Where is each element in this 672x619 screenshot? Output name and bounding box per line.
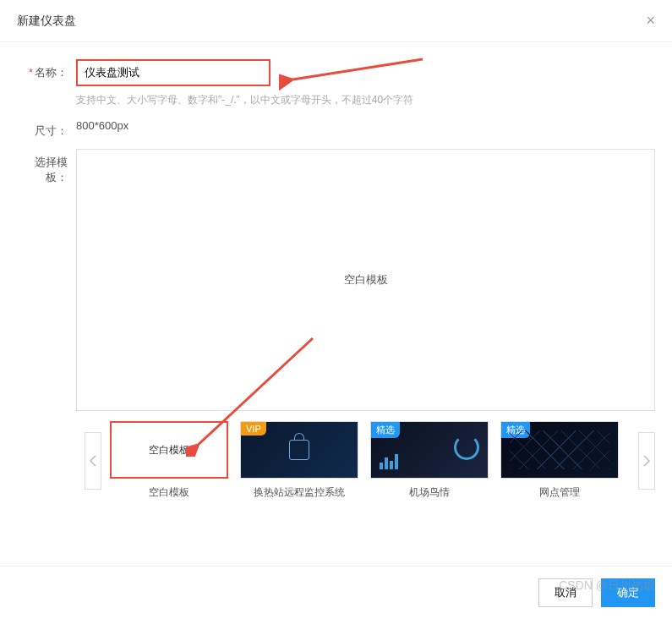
size-value: 800*600px <box>76 118 655 132</box>
thumb-text: 空白模板 <box>149 443 189 457</box>
template-label: 选择模板： <box>17 149 76 185</box>
confirm-button[interactable]: 确定 <box>601 578 655 607</box>
template-carousel: 空白模板 空白模板 VIP 换热站远程监控系统 精选 <box>17 421 655 500</box>
name-label: 名称： <box>17 59 76 80</box>
chevron-left-icon <box>90 455 96 467</box>
lock-icon <box>289 440 309 460</box>
modal-title: 新建仪表盘 <box>17 14 76 29</box>
modal-body: 名称： 支持中文、大小写字母、数字和"-_/."，以中文或字母开头，不超过40个… <box>0 42 672 508</box>
name-hint: 支持中文、大小写字母、数字和"-_/."，以中文或字母开头，不超过40个字符 <box>76 93 655 107</box>
pick-badge: 精选 <box>371 422 400 438</box>
vip-badge: VIP <box>241 422 266 435</box>
template-preview: 空白模板 <box>76 149 655 411</box>
template-item-network[interactable]: 精选 网点管理 <box>500 421 619 500</box>
name-input[interactable] <box>76 59 270 86</box>
size-row: 尺寸： 800*600px <box>17 118 655 139</box>
template-thumb-network: 精选 <box>500 421 619 479</box>
template-item-heatstation[interactable]: VIP 换热站远程监控系统 <box>240 421 358 500</box>
template-row: 选择模板： 空白模板 <box>17 149 655 411</box>
template-item-airport[interactable]: 精选 机场鸟情 <box>370 421 489 500</box>
chevron-right-icon <box>643 455 650 467</box>
template-label-text: 空白模板 <box>149 485 189 500</box>
close-icon[interactable]: × <box>646 12 655 30</box>
template-list: 空白模板 空白模板 VIP 换热站远程监控系统 精选 <box>110 421 630 500</box>
name-row: 名称： 支持中文、大小写字母、数字和"-_/."，以中文或字母开头，不超过40个… <box>17 59 655 107</box>
preview-text: 空白模板 <box>344 272 388 288</box>
modal-header: 新建仪表盘 × <box>0 0 672 42</box>
carousel-next-button[interactable] <box>638 432 655 490</box>
template-item-blank[interactable]: 空白模板 空白模板 <box>110 421 228 500</box>
modal-footer: 取消 确定 <box>0 566 672 619</box>
template-label-text: 网点管理 <box>539 485 580 500</box>
size-label: 尺寸： <box>17 118 76 139</box>
template-thumb-heatstation: VIP <box>240 421 358 479</box>
cancel-button[interactable]: 取消 <box>538 578 593 607</box>
template-label-text: 换热站远程监控系统 <box>254 485 345 500</box>
carousel-prev-button[interactable] <box>85 432 101 490</box>
template-label-text: 机场鸟情 <box>409 485 450 500</box>
template-thumb-blank: 空白模板 <box>110 421 228 479</box>
template-thumb-airport: 精选 <box>370 421 489 479</box>
